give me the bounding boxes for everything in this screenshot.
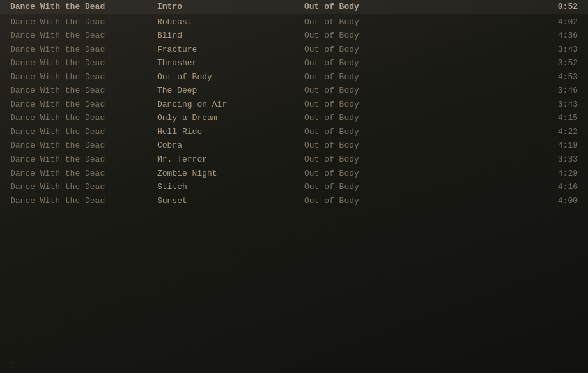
- track-title: Only a Dream: [157, 112, 304, 124]
- table-row[interactable]: Dance With the DeadHell RideOut of Body4…: [0, 125, 588, 139]
- track-list: Dance With the Dead Intro Out of Body 0:…: [0, 0, 588, 208]
- track-artist: Dance With the Dead: [10, 57, 157, 69]
- track-artist: Dance With the Dead: [10, 17, 157, 28]
- track-title: Thrasher: [157, 57, 304, 69]
- track-title: Blind: [157, 30, 304, 42]
- track-album: Out of Body: [304, 181, 432, 193]
- track-duration: 3:33: [432, 154, 578, 165]
- track-album: Out of Body: [304, 195, 432, 207]
- track-duration: 4:02: [432, 17, 578, 28]
- track-artist: Dance With the Dead: [10, 72, 157, 83]
- header-title: Intro: [157, 1, 304, 13]
- track-duration: 4:16: [432, 181, 578, 193]
- track-duration: 3:52: [432, 57, 578, 69]
- track-title: The Deep: [157, 85, 304, 96]
- track-artist: Dance With the Dead: [10, 85, 157, 96]
- track-artist: Dance With the Dead: [10, 195, 157, 207]
- track-album: Out of Body: [304, 17, 432, 28]
- track-album: Out of Body: [304, 30, 432, 42]
- track-album: Out of Body: [304, 44, 432, 56]
- track-artist: Dance With the Dead: [10, 126, 157, 138]
- track-artist: Dance With the Dead: [10, 44, 157, 56]
- track-duration: 4:19: [432, 140, 578, 151]
- track-artist: Dance With the Dead: [10, 154, 157, 165]
- track-artist: Dance With the Dead: [10, 99, 157, 110]
- track-album: Out of Body: [304, 112, 432, 124]
- track-album: Out of Body: [304, 85, 432, 96]
- track-artist: Dance With the Dead: [10, 112, 157, 124]
- header-duration: 0:52: [432, 1, 578, 13]
- header-album: Out of Body: [304, 1, 432, 13]
- track-title: Out of Body: [157, 72, 304, 83]
- track-title: Hell Ride: [157, 126, 304, 138]
- track-duration: 4:36: [432, 30, 578, 42]
- table-row[interactable]: Dance With the DeadBlindOut of Body4:36: [0, 29, 588, 43]
- track-title: Robeast: [157, 17, 304, 28]
- table-row[interactable]: Dance With the DeadZombie NightOut of Bo…: [0, 167, 588, 181]
- track-duration: 4:29: [432, 168, 578, 179]
- track-title: Dancing on Air: [157, 99, 304, 110]
- track-title: Cobra: [157, 140, 304, 151]
- track-album: Out of Body: [304, 126, 432, 138]
- track-album: Out of Body: [304, 99, 432, 110]
- track-title: Sunset: [157, 195, 304, 207]
- arrow-indicator: →: [8, 358, 13, 368]
- table-row[interactable]: Dance With the DeadSunsetOut of Body4:00: [0, 194, 588, 208]
- track-duration: 4:22: [432, 126, 578, 138]
- track-title: Zombie Night: [157, 168, 304, 179]
- table-row[interactable]: Dance With the DeadFractureOut of Body3:…: [0, 43, 588, 57]
- track-duration: 4:00: [432, 195, 578, 207]
- track-duration: 3:46: [432, 85, 578, 96]
- track-list-header: Dance With the Dead Intro Out of Body 0:…: [0, 0, 588, 14]
- table-row[interactable]: Dance With the DeadMr. TerrorOut of Body…: [0, 153, 588, 167]
- track-album: Out of Body: [304, 154, 432, 165]
- table-row[interactable]: Dance With the DeadRobeastOut of Body4:0…: [0, 15, 588, 29]
- table-row[interactable]: Dance With the DeadStitchOut of Body4:16: [0, 180, 588, 194]
- track-title: Stitch: [157, 181, 304, 193]
- header-artist: Dance With the Dead: [10, 1, 157, 13]
- track-title: Fracture: [157, 44, 304, 56]
- track-album: Out of Body: [304, 57, 432, 69]
- track-duration: 4:53: [432, 72, 578, 83]
- track-album: Out of Body: [304, 168, 432, 179]
- table-row[interactable]: Dance With the DeadDancing on AirOut of …: [0, 98, 588, 112]
- table-row[interactable]: Dance With the DeadCobraOut of Body4:19: [0, 139, 588, 153]
- track-duration: 3:43: [432, 44, 578, 56]
- track-artist: Dance With the Dead: [10, 140, 157, 151]
- table-row[interactable]: Dance With the DeadThe DeepOut of Body3:…: [0, 84, 588, 98]
- table-row[interactable]: Dance With the DeadThrasherOut of Body3:…: [0, 56, 588, 70]
- track-artist: Dance With the Dead: [10, 168, 157, 179]
- track-duration: 3:43: [432, 99, 578, 110]
- track-album: Out of Body: [304, 140, 432, 151]
- track-duration: 4:15: [432, 112, 578, 124]
- table-row[interactable]: Dance With the DeadOnly a DreamOut of Bo…: [0, 111, 588, 125]
- track-artist: Dance With the Dead: [10, 181, 157, 193]
- track-title: Mr. Terror: [157, 154, 304, 165]
- track-album: Out of Body: [304, 72, 432, 83]
- table-row[interactable]: Dance With the DeadOut of BodyOut of Bod…: [0, 70, 588, 84]
- track-artist: Dance With the Dead: [10, 30, 157, 42]
